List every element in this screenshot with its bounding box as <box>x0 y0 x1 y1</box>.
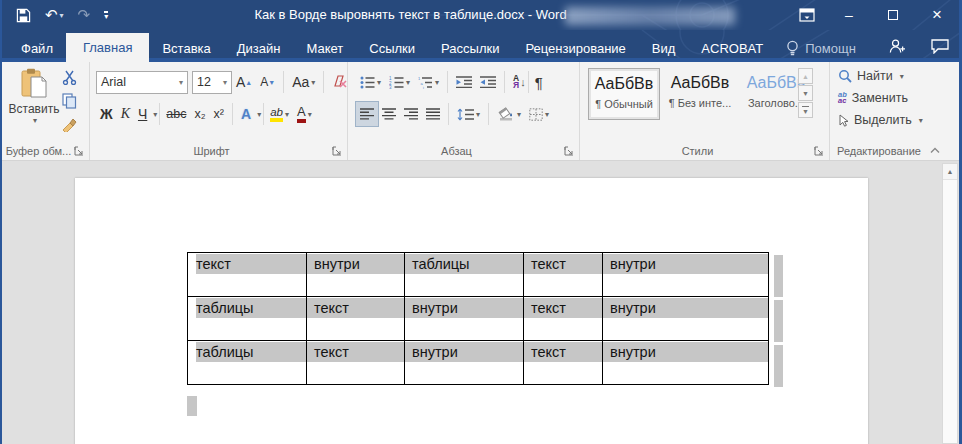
selected-cell-text: текст <box>196 254 306 274</box>
table-cell[interactable]: таблицы <box>188 341 307 385</box>
tab-ссылки[interactable]: Ссылки <box>356 34 428 62</box>
document-page[interactable]: текствнутритаблицытекствнутритаблицытекс… <box>75 178 868 444</box>
font-size-combobox[interactable]: 12 ▾ <box>192 71 232 94</box>
highlight-color-button[interactable]: ab <box>270 107 283 122</box>
multilevel-list-button[interactable]: 1ai ▾ <box>414 70 443 94</box>
table-cell[interactable]: текст <box>524 341 603 385</box>
italic-button[interactable]: К <box>117 102 134 126</box>
editing-group-label: Редактирование <box>830 145 928 157</box>
comments-icon[interactable] <box>931 39 949 54</box>
font-name-combobox[interactable]: Arial ▾ <box>96 71 188 94</box>
table-cell[interactable]: текст <box>307 341 405 385</box>
shading-button[interactable]: ▾ <box>493 102 525 126</box>
selected-cell-text: текст <box>307 342 404 362</box>
save-icon[interactable] <box>16 8 31 23</box>
lightbulb-icon <box>786 40 799 57</box>
table-cell[interactable]: внутри <box>603 341 769 385</box>
align-left-button[interactable] <box>356 102 378 126</box>
select-button[interactable]: Выделить▾ <box>838 113 923 127</box>
align-right-button[interactable] <box>400 102 422 126</box>
table-cell[interactable]: таблицы <box>405 253 524 297</box>
copy-icon[interactable] <box>62 93 77 109</box>
align-center-button[interactable] <box>378 102 400 126</box>
grow-font-button[interactable]: А▲ <box>232 70 256 94</box>
tab-вставка[interactable]: Вставка <box>149 34 223 62</box>
close-button[interactable]: × <box>915 0 959 30</box>
numbering-button[interactable]: 123 ▾ <box>385 70 414 94</box>
shrink-font-button[interactable]: А▼ <box>256 70 279 94</box>
minimize-button[interactable]: – <box>827 0 871 30</box>
styles-dialog-launcher-icon[interactable] <box>814 146 824 156</box>
bold-button[interactable]: Ж <box>96 102 117 126</box>
collapse-ribbon-icon[interactable] <box>930 147 940 154</box>
cut-icon[interactable] <box>62 70 77 85</box>
style-gallery: АаБбВв ¶ Обычный АаБбВв ¶ Без инте... Аа… <box>588 68 812 120</box>
table-row: таблицытекствнутритекствнутри <box>188 341 769 385</box>
decrease-indent-button[interactable] <box>452 70 476 94</box>
tab-рецензирование[interactable]: Рецензирование <box>512 34 638 62</box>
selected-cell-text: внутри <box>603 298 768 318</box>
redo-button[interactable]: ↷ <box>78 6 91 24</box>
underline-button[interactable]: Ч <box>134 102 151 126</box>
font-group: Arial ▾ 12 ▾ А▲ А▼ Aa▾ Ж К <box>90 62 348 160</box>
replace-button[interactable]: ab ac Заменить <box>838 91 908 105</box>
style-scroll-up-icon[interactable]: ▲ <box>798 68 813 84</box>
font-color-button[interactable]: А <box>297 106 306 123</box>
superscript-button[interactable]: x² <box>210 102 228 126</box>
find-button[interactable]: Найти▾ <box>838 69 904 83</box>
table-cell[interactable]: внутри <box>307 253 405 297</box>
tab-макет[interactable]: Макет <box>293 34 356 62</box>
style-gallery-more-icon[interactable]: ▼ <box>798 102 813 118</box>
tab-главная[interactable]: Главная <box>66 33 149 62</box>
table-cell[interactable]: внутри <box>603 297 769 341</box>
maximize-button[interactable] <box>871 0 915 30</box>
ribbon-display-options-icon[interactable] <box>787 0 827 30</box>
svg-text:3: 3 <box>389 85 392 89</box>
paste-button[interactable]: Вставить ▾ <box>10 68 58 142</box>
paragraph-dialog-launcher-icon[interactable] <box>564 146 574 156</box>
borders-button[interactable]: ▾ <box>525 102 553 126</box>
line-spacing-button[interactable]: ▾ <box>453 102 484 126</box>
scroll-up-icon[interactable]: ▲ <box>943 164 957 180</box>
table-cell[interactable]: таблицы <box>188 297 307 341</box>
table-cell[interactable]: внутри <box>405 341 524 385</box>
clipboard-dialog-launcher-icon[interactable] <box>74 146 84 156</box>
search-icon <box>838 69 852 83</box>
style-card-normal[interactable]: АаБбВв ¶ Обычный <box>588 68 660 120</box>
table-cell[interactable]: текст <box>524 297 603 341</box>
table-cell[interactable]: текст <box>307 297 405 341</box>
underline-caret-icon[interactable]: ▾ <box>153 110 157 119</box>
style-card-no-spacing[interactable]: АаБбВв ¶ Без инте... <box>664 68 736 120</box>
increase-indent-button[interactable] <box>476 70 500 94</box>
strikethrough-button[interactable]: abc <box>162 102 190 126</box>
text-effects-caret-icon[interactable]: ▾ <box>257 110 261 119</box>
style-scroll-down-icon[interactable]: ▼ <box>798 85 813 101</box>
text-effects-button[interactable]: А <box>237 102 255 126</box>
doc-table: текствнутритаблицытекствнутритаблицытекс… <box>187 252 769 385</box>
tab-вид[interactable]: Вид <box>639 34 689 62</box>
tab-acrobat[interactable]: ACROBAT <box>688 34 776 62</box>
vertical-scrollbar[interactable]: ▲ <box>942 163 958 444</box>
selected-cell-text: текст <box>307 298 404 318</box>
table-cell[interactable]: текст <box>524 253 603 297</box>
tab-рассылки[interactable]: Рассылки <box>428 34 512 62</box>
share-icon[interactable] <box>888 38 905 54</box>
tell-me-assistant[interactable]: Помощн <box>776 34 866 62</box>
show-formatting-marks-button[interactable]: ¶ <box>531 70 547 94</box>
clipboard-group: Вставить ▾ Буфер обм... <box>2 62 90 160</box>
justify-button[interactable] <box>422 102 444 126</box>
format-painter-icon[interactable] <box>62 117 77 132</box>
replace-icon: ab ac <box>838 92 847 105</box>
table-cell[interactable]: внутри <box>405 297 524 341</box>
table-cell[interactable]: текст <box>188 253 307 297</box>
tab-file[interactable]: Файл <box>8 34 66 62</box>
bullets-button[interactable]: ▾ <box>356 70 385 94</box>
change-case-button[interactable]: Aa▾ <box>288 70 319 94</box>
selected-cell-text: внутри <box>405 342 523 362</box>
table-cell[interactable]: внутри <box>603 253 769 297</box>
font-dialog-launcher-icon[interactable] <box>332 146 342 156</box>
subscript-button[interactable]: x₂ <box>190 102 209 126</box>
tab-дизайн[interactable]: Дизайн <box>224 34 294 62</box>
customize-quick-access-toolbar-icon[interactable]: ▾ <box>104 11 108 20</box>
undo-button[interactable]: ↶▾ <box>45 6 64 24</box>
